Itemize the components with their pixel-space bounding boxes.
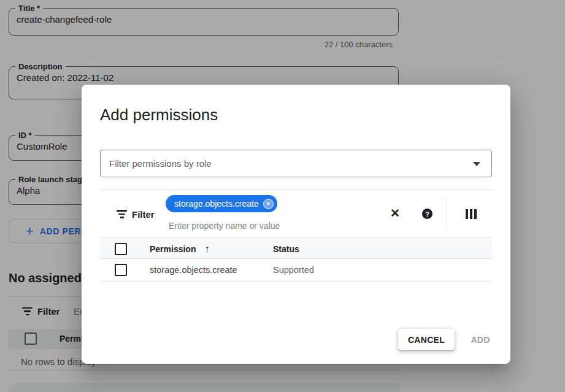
- select-all-checkbox[interactable]: [115, 243, 127, 255]
- table-row[interactable]: storage.objects.create Supported: [100, 259, 492, 282]
- row-checkbox[interactable]: [115, 264, 127, 276]
- dialog-title: Add permissions: [100, 106, 218, 125]
- help-icon[interactable]: ?: [422, 209, 432, 219]
- toolbar-filter-label: Filter: [132, 209, 155, 220]
- clear-filters-icon[interactable]: ✕: [390, 207, 400, 219]
- chip-remove-icon[interactable]: ✕: [263, 199, 274, 209]
- status-column-header[interactable]: Status: [273, 244, 299, 254]
- row-status-cell: Supported: [273, 265, 314, 275]
- divider: [446, 198, 447, 230]
- chevron-down-icon: [473, 162, 480, 166]
- cancel-button[interactable]: CANCEL: [398, 329, 455, 350]
- permissions-table-header: Permission ↑ Status: [100, 239, 492, 259]
- sort-ascending-icon[interactable]: ↑: [204, 244, 209, 254]
- filter-by-role-placeholder: Filter permissions by role: [101, 158, 212, 169]
- permissions-filter-toolbar: Filter storage.objects.create ✕ Enter pr…: [100, 190, 492, 238]
- add-button[interactable]: ADD: [462, 329, 499, 350]
- filter-chip[interactable]: storage.objects.create ✕: [166, 195, 277, 212]
- add-permissions-dialog: Add permissions Filter permissions by ro…: [82, 85, 510, 364]
- filter-chip-label: storage.objects.create: [174, 199, 259, 209]
- toolbar-filter-input[interactable]: Enter property name or value: [169, 221, 280, 231]
- column-display-options-icon[interactable]: [466, 209, 477, 219]
- permission-column-header[interactable]: Permission: [150, 244, 196, 254]
- filter-by-role-select[interactable]: Filter permissions by role: [100, 150, 492, 177]
- row-permission-cell: storage.objects.create: [150, 265, 237, 275]
- filter-icon: [117, 210, 127, 218]
